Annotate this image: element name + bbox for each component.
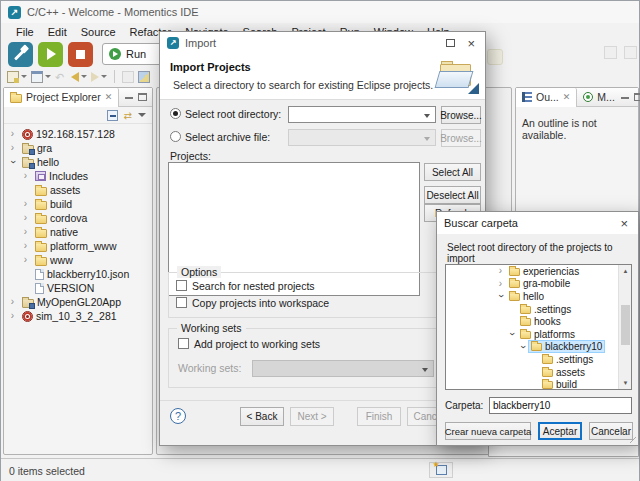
maximize-icon[interactable] xyxy=(138,93,147,101)
expander-icon[interactable]: › xyxy=(21,227,30,237)
deselect-all-button[interactable]: Deselect All xyxy=(424,186,481,204)
tree-item-icon xyxy=(35,215,47,224)
expander-icon[interactable]: › xyxy=(496,292,506,301)
open-view-button[interactable] xyxy=(31,71,51,83)
copy-projects-checkbox[interactable] xyxy=(176,297,187,308)
cancel-button[interactable]: Cancelar xyxy=(589,422,633,440)
tree-item[interactable]: hooks xyxy=(446,315,618,328)
minimize-icon[interactable] xyxy=(125,96,133,99)
tree-item[interactable]: › blackberry10 xyxy=(446,341,618,354)
tree-item[interactable]: › gra xyxy=(4,141,152,155)
tree-item[interactable]: › platform_www xyxy=(4,239,152,253)
select-all-button[interactable]: Select All xyxy=(424,163,481,181)
tree-item[interactable]: blackberry10.json xyxy=(4,267,152,281)
close-icon[interactable]: ✕ xyxy=(563,92,571,102)
maximize-icon[interactable] xyxy=(634,93,640,101)
tree-item[interactable]: › Includes xyxy=(4,169,152,183)
tree-item[interactable]: › MyOpenGL20App xyxy=(4,295,152,309)
expander-icon[interactable]: › xyxy=(21,171,30,181)
tree-item[interactable]: › hello xyxy=(446,290,618,303)
close-icon[interactable] xyxy=(467,37,475,50)
expander-icon[interactable]: › xyxy=(21,241,30,251)
expander-icon[interactable]: › xyxy=(21,213,30,223)
forward-button[interactable] xyxy=(91,72,107,82)
folder-name-input[interactable] xyxy=(489,397,632,414)
tree-item[interactable]: .settings xyxy=(446,353,618,366)
perspective-cpp-icon[interactable] xyxy=(624,46,637,59)
new-folder-button[interactable]: Crear nueva carpeta xyxy=(445,422,531,440)
tab-project-explorer[interactable]: Project Explorer ✕ xyxy=(4,88,119,107)
tree-item[interactable]: VERSION xyxy=(4,281,152,295)
perspective-icon[interactable] xyxy=(604,46,617,59)
view-menu-icon[interactable] xyxy=(138,113,146,117)
expander-icon[interactable]: › xyxy=(8,158,18,167)
expander-icon[interactable]: › xyxy=(21,199,30,209)
folder-dialog-titlebar[interactable]: Buscar carpeta xyxy=(437,212,638,234)
tree-item[interactable]: › experiencias xyxy=(446,265,618,278)
scrollbar-thumb[interactable] xyxy=(621,305,630,345)
archive-file-radio[interactable] xyxy=(170,131,181,142)
expander-icon[interactable]: › xyxy=(8,311,17,321)
menu-item[interactable]: File xyxy=(9,26,41,38)
external-tools-icon[interactable] xyxy=(487,49,503,65)
expander-icon[interactable]: › xyxy=(507,330,517,339)
menu-item[interactable]: Source xyxy=(74,26,123,38)
minimize-icon[interactable] xyxy=(621,96,629,99)
tree-item[interactable]: › native xyxy=(4,225,152,239)
scroll-down-icon[interactable]: ▼ xyxy=(619,377,632,389)
link-editor-icon[interactable] xyxy=(122,71,134,83)
root-directory-radio[interactable] xyxy=(170,108,181,119)
menu-item[interactable]: Edit xyxy=(41,26,74,38)
import-dialog-titlebar[interactable]: Import xyxy=(160,32,485,54)
resize-grip[interactable] xyxy=(630,437,636,443)
back-button[interactable]: < Back xyxy=(240,407,284,426)
window-titlebar: C/C++ - Welcome - Momentics IDE xyxy=(1,1,639,23)
status-notification-button[interactable] xyxy=(429,462,453,478)
nested-projects-checkbox[interactable] xyxy=(176,280,187,291)
expander-icon[interactable]: › xyxy=(21,255,30,265)
tree-item[interactable]: › cordova xyxy=(4,211,152,225)
close-icon[interactable] xyxy=(620,217,628,230)
expander-icon[interactable]: › xyxy=(518,342,528,351)
stop-button[interactable] xyxy=(68,42,93,67)
new-wizard-button[interactable] xyxy=(7,71,27,83)
last-edit-location-icon[interactable] xyxy=(55,71,67,83)
green-target-icon xyxy=(583,92,593,102)
root-directory-combo[interactable] xyxy=(288,106,436,123)
run-play-button[interactable] xyxy=(38,42,63,67)
tree-scrollbar[interactable]: ▲ ▼ xyxy=(618,265,631,389)
tree-item[interactable]: › platforms xyxy=(446,328,618,341)
next-button: Next > xyxy=(290,407,334,426)
tree-item[interactable]: assets xyxy=(4,183,152,197)
tree-item[interactable]: .settings xyxy=(446,303,618,316)
expander-icon[interactable]: › xyxy=(496,279,505,289)
new-project-icon[interactable] xyxy=(138,71,150,83)
add-working-sets-checkbox[interactable] xyxy=(178,338,189,349)
collapse-all-icon[interactable] xyxy=(107,110,118,121)
browse-root-button[interactable]: Browse... xyxy=(441,106,481,124)
close-icon[interactable]: ✕ xyxy=(105,92,113,102)
help-button[interactable]: ? xyxy=(170,408,186,424)
tree-item[interactable]: › build xyxy=(4,197,152,211)
expander-icon[interactable]: › xyxy=(8,129,17,139)
expander-icon[interactable]: › xyxy=(8,143,17,153)
back-button[interactable] xyxy=(71,72,87,82)
expander-icon[interactable]: › xyxy=(496,266,505,276)
tab-outline[interactable]: Ou... ✕ xyxy=(516,88,577,107)
link-with-editor-icon[interactable] xyxy=(124,110,132,121)
tree-item[interactable]: › hello xyxy=(4,155,152,169)
expander-icon[interactable]: › xyxy=(8,297,17,307)
accept-button[interactable]: Aceptar xyxy=(538,422,582,440)
tree-item[interactable]: assets xyxy=(446,366,618,379)
tree-item[interactable]: › sim_10_3_2_281 xyxy=(4,309,152,323)
build-hammer-button[interactable] xyxy=(8,42,33,67)
tree-item[interactable]: › www xyxy=(4,253,152,267)
tree-item[interactable]: build xyxy=(446,378,618,390)
toolbar-separator xyxy=(114,70,115,83)
maximize-icon[interactable] xyxy=(446,39,455,47)
momentics-app-icon xyxy=(167,37,179,49)
tree-item[interactable]: › gra-mobile xyxy=(446,278,618,291)
tree-item[interactable]: › 192.168.157.128 xyxy=(4,127,152,141)
tab-m[interactable]: M... xyxy=(577,88,621,107)
scroll-up-icon[interactable]: ▲ xyxy=(619,265,632,277)
